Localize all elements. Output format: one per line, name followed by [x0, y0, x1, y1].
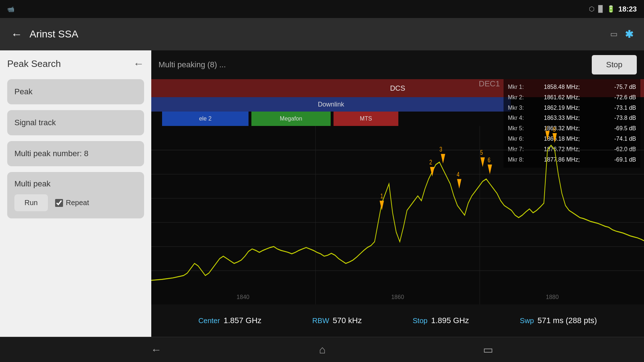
main-content: Peak Search ← Peak Signal track Multi pe… [0, 50, 644, 337]
marker-freq: 1858.48 MHz; [544, 82, 594, 92]
rbw-value: 570 kHz [333, 316, 362, 325]
marker-db: -73.1 dB [614, 103, 636, 113]
svg-text:3: 3 [439, 145, 442, 153]
center-info: Center 1.857 GHz [198, 316, 261, 325]
bluetooth-status-icon: ⬡ [589, 5, 595, 13]
dec1-label: DEC1 [479, 79, 500, 89]
peak-menu-item[interactable]: Peak [7, 79, 144, 104]
swp-info: Swp 571 ms (288 pts) [520, 316, 597, 325]
svg-text:7: 7 [545, 126, 548, 131]
stop-freq-label: Stop [413, 317, 428, 325]
battery-status-icon: 🔋 [607, 5, 615, 13]
freq-1840: 1840 [237, 294, 250, 300]
multi-peak-number-item[interactable]: Multi peak number: 8 [7, 141, 144, 166]
svg-text:1: 1 [380, 192, 383, 200]
app-title: Arinst SSA [30, 28, 78, 40]
chart-svg: 1 2 3 4 5 6 7 [151, 126, 644, 304]
ele2-band: ele 2 [162, 112, 249, 126]
rbw-info: RBW 570 kHz [312, 316, 362, 325]
svg-text:6: 6 [488, 156, 491, 164]
marker-8-arrow [553, 133, 557, 143]
freq-axis: 1840 1860 1880 [151, 290, 644, 304]
marker-row: Mkr 1: 1858.48 MHz; -75.7 dB [508, 82, 636, 92]
swp-value: 571 ms (288 pts) [537, 316, 597, 325]
app-bar-right: ▭ ✱ [610, 28, 633, 40]
marker-7-arrow [545, 131, 550, 140]
marker-label: Mkr 2: [508, 92, 524, 103]
marker-label: Mkr 3: [508, 103, 524, 113]
spectrum-svg: 1 2 3 4 5 6 7 [151, 126, 644, 304]
megafon-band: Megafon [251, 112, 331, 126]
chart-header: Multi peaking (8) ... Stop [151, 50, 644, 79]
status-time: 18:23 [618, 5, 637, 13]
freq-1860: 1860 [391, 294, 404, 300]
svg-text:4: 4 [457, 171, 460, 178]
video-icon: 📹 [7, 6, 14, 13]
marker-row: Mkr 4: 1863.33 MHz; -73.8 dB [508, 113, 636, 123]
bottom-info: Center 1.857 GHz RBW 570 kHz Stop 1.895 … [151, 304, 644, 337]
marker-label: Mkr 4: [508, 113, 524, 123]
side-panel: Peak Search ← Peak Signal track Multi pe… [0, 50, 151, 337]
marker-freq: 1862.19 MHz; [544, 103, 594, 113]
nav-home-button[interactable]: ⌂ [319, 344, 326, 356]
stop-info: Stop 1.895 GHz [413, 316, 469, 325]
battery-outline-icon: ▭ [610, 30, 618, 39]
stop-button[interactable]: Stop [592, 55, 637, 74]
center-label: Center [198, 317, 220, 325]
marker-db: -72.6 dB [614, 92, 636, 103]
peak-label: Peak [14, 87, 32, 96]
status-bar: 📹 ⬡ ▉ 🔋 18:23 [0, 0, 644, 18]
downlink-label: Downlink [318, 101, 344, 108]
side-panel-back-button[interactable]: ← [133, 58, 144, 70]
marker-row: Mkr 2: 1861.62 MHz; -72.6 dB [508, 92, 636, 103]
signal-icon: ▉ [598, 5, 603, 13]
megafon-label: Megafon [280, 116, 302, 122]
mts-band: MTS [334, 112, 398, 126]
multi-peak-section: Multi peak Run Repeat [7, 172, 144, 218]
svg-text:5: 5 [480, 149, 483, 157]
app-bar: ← Arinst SSA ▭ ✱ [0, 18, 644, 50]
marker-6-arrow [488, 164, 492, 174]
chart-title: Multi peaking (8) ... [158, 60, 226, 69]
stop-freq-value: 1.895 GHz [431, 316, 469, 325]
repeat-label: Repeat [55, 199, 89, 207]
nav-bar: ← ⌂ ▭ [0, 337, 644, 362]
chart-area: Multi peaking (8) ... Stop DCS Downlink … [151, 50, 644, 337]
signal-track-label: Signal track [14, 118, 56, 127]
multi-peak-controls: Run Repeat [14, 194, 137, 211]
swp-label: Swp [520, 317, 534, 325]
downlink-band: Downlink [151, 97, 511, 112]
app-back-button[interactable]: ← [11, 28, 22, 41]
side-panel-header: Peak Search ← [7, 58, 144, 70]
marker-1-arrow [380, 201, 384, 211]
nav-back-button[interactable]: ← [151, 344, 162, 356]
marker-label: Mkr 1: [508, 82, 524, 92]
marker-freq: 1861.62 MHz; [544, 92, 594, 103]
mts-label: MTS [360, 116, 372, 122]
signal-track-menu-item[interactable]: Signal track [7, 110, 144, 135]
marker-db: -73.8 dB [614, 113, 636, 123]
marker-4-arrow [457, 179, 461, 189]
rbw-label: RBW [312, 317, 329, 325]
svg-text:2: 2 [429, 158, 432, 166]
dcs-label: DCS [390, 84, 405, 92]
freq-1880: 1880 [546, 294, 559, 300]
marker-row: Mkr 3: 1862.19 MHz; -73.1 dB [508, 103, 636, 113]
multi-peak-title: Multi peak [14, 179, 137, 189]
center-value: 1.857 GHz [224, 316, 261, 325]
multi-peak-number-label: Multi peak number: 8 [14, 149, 88, 158]
status-bar-left: 📹 [7, 6, 14, 13]
marker-3-arrow [441, 154, 445, 164]
marker-freq: 1863.33 MHz; [544, 113, 594, 123]
svg-text:8: 8 [553, 126, 556, 134]
status-bar-right: ⬡ ▉ 🔋 18:23 [589, 5, 637, 13]
nav-recents-button[interactable]: ▭ [483, 343, 493, 356]
run-button[interactable]: Run [14, 194, 48, 211]
repeat-text: Repeat [66, 199, 89, 207]
marker-db: -75.7 dB [614, 82, 636, 92]
ele2-label: ele 2 [199, 116, 212, 122]
repeat-checkbox[interactable] [55, 199, 63, 207]
side-panel-title: Peak Search [7, 58, 61, 69]
marker-5-arrow [480, 157, 485, 167]
bluetooth-connected-icon: ✱ [625, 28, 633, 40]
